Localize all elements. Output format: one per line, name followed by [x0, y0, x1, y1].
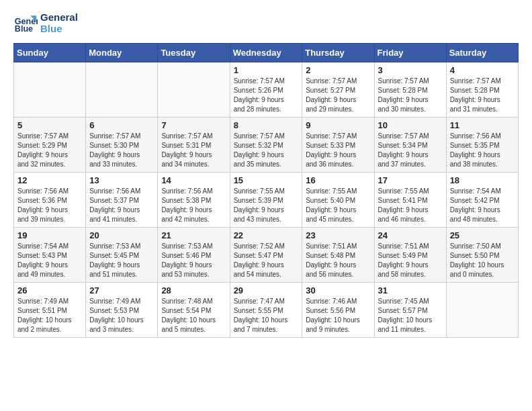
calendar-cell: 4Sunrise: 7:57 AMSunset: 5:28 PMDaylight…	[446, 62, 518, 118]
sunrise-info: Sunrise: 7:55 AM	[378, 187, 443, 196]
day-number: 16	[306, 175, 370, 185]
daylight-info: and 54 minutes.	[234, 270, 299, 279]
sunrise-info: Sunrise: 7:55 AM	[234, 187, 299, 196]
week-row-4: 19Sunrise: 7:54 AMSunset: 5:43 PMDayligh…	[14, 228, 519, 283]
calendar-cell: 8Sunrise: 7:57 AMSunset: 5:32 PMDaylight…	[230, 118, 302, 173]
sunset-info: Sunset: 5:53 PM	[89, 306, 154, 316]
daylight-info: Daylight: 9 hours	[89, 150, 154, 160]
sunset-info: Sunset: 5:34 PM	[378, 141, 443, 150]
daylight-info: Daylight: 9 hours	[17, 150, 82, 160]
sunrise-info: Sunrise: 7:56 AM	[161, 187, 226, 196]
sunset-info: Sunset: 5:31 PM	[161, 141, 226, 150]
sunset-info: Sunset: 5:28 PM	[450, 86, 515, 95]
daylight-info: Daylight: 9 hours	[161, 261, 226, 270]
daylight-info: and 2 minutes.	[17, 325, 82, 334]
day-number: 15	[234, 175, 299, 185]
day-number: 20	[89, 230, 154, 240]
sunrise-info: Sunrise: 7:55 AM	[306, 187, 370, 196]
calendar-cell: 25Sunrise: 7:50 AMSunset: 5:50 PMDayligh…	[446, 228, 518, 283]
weekday-header-sunday: Sunday	[14, 44, 86, 62]
sunrise-info: Sunrise: 7:46 AM	[306, 297, 370, 306]
daylight-info: and 38 minutes.	[450, 160, 515, 169]
sunset-info: Sunset: 5:38 PM	[161, 196, 226, 205]
sunset-info: Sunset: 5:28 PM	[378, 86, 443, 95]
sunrise-info: Sunrise: 7:51 AM	[306, 242, 370, 251]
calendar-table: SundayMondayTuesdayWednesdayThursdayFrid…	[13, 43, 519, 338]
calendar-cell: 3Sunrise: 7:57 AMSunset: 5:28 PMDaylight…	[374, 62, 446, 118]
sunset-info: Sunset: 5:37 PM	[89, 196, 154, 205]
calendar-cell: 20Sunrise: 7:53 AMSunset: 5:45 PMDayligh…	[86, 228, 158, 283]
sunrise-info: Sunrise: 7:56 AM	[89, 187, 154, 196]
sunrise-info: Sunrise: 7:48 AM	[161, 297, 226, 306]
day-number: 13	[89, 175, 154, 185]
sunrise-info: Sunrise: 7:51 AM	[378, 242, 443, 251]
calendar-cell: 10Sunrise: 7:57 AMSunset: 5:34 PMDayligh…	[374, 118, 446, 173]
daylight-info: Daylight: 10 hours	[161, 316, 226, 325]
daylight-info: Daylight: 9 hours	[378, 150, 443, 160]
daylight-info: Daylight: 9 hours	[378, 95, 443, 105]
daylight-info: Daylight: 10 hours	[17, 316, 82, 325]
sunset-info: Sunset: 5:32 PM	[234, 141, 299, 150]
daylight-info: and 30 minutes.	[378, 105, 443, 114]
weekday-header-wednesday: Wednesday	[230, 44, 302, 62]
sunset-info: Sunset: 5:30 PM	[89, 141, 154, 150]
calendar-cell: 14Sunrise: 7:56 AMSunset: 5:38 PMDayligh…	[158, 173, 230, 228]
sunset-info: Sunset: 5:46 PM	[161, 251, 226, 261]
daylight-info: and 42 minutes.	[161, 215, 226, 224]
day-number: 6	[89, 120, 154, 130]
daylight-info: and 56 minutes.	[306, 270, 370, 279]
calendar-cell: 17Sunrise: 7:55 AMSunset: 5:41 PMDayligh…	[374, 173, 446, 228]
sunset-info: Sunset: 5:40 PM	[306, 196, 370, 205]
sunset-info: Sunset: 5:51 PM	[17, 306, 82, 316]
daylight-info: Daylight: 9 hours	[450, 150, 515, 160]
daylight-info: Daylight: 9 hours	[306, 150, 370, 160]
daylight-info: and 43 minutes.	[234, 215, 299, 224]
sunset-info: Sunset: 5:42 PM	[450, 196, 515, 205]
calendar-cell: 29Sunrise: 7:47 AMSunset: 5:55 PMDayligh…	[230, 283, 302, 338]
daylight-info: and 28 minutes.	[234, 105, 299, 114]
calendar-cell: 22Sunrise: 7:52 AMSunset: 5:47 PMDayligh…	[230, 228, 302, 283]
daylight-info: Daylight: 10 hours	[378, 316, 443, 325]
sunset-info: Sunset: 5:33 PM	[306, 141, 370, 150]
daylight-info: Daylight: 10 hours	[306, 316, 370, 325]
sunrise-info: Sunrise: 7:57 AM	[161, 132, 226, 141]
daylight-info: and 29 minutes.	[306, 105, 370, 114]
daylight-info: Daylight: 9 hours	[234, 150, 299, 160]
calendar-cell: 30Sunrise: 7:46 AMSunset: 5:56 PMDayligh…	[302, 283, 374, 338]
daylight-info: Daylight: 9 hours	[89, 205, 154, 215]
calendar-cell: 6Sunrise: 7:57 AMSunset: 5:30 PMDaylight…	[86, 118, 158, 173]
daylight-info: Daylight: 9 hours	[17, 205, 82, 215]
day-number: 17	[378, 175, 443, 185]
sunrise-info: Sunrise: 7:57 AM	[306, 77, 370, 86]
calendar-cell: 21Sunrise: 7:53 AMSunset: 5:46 PMDayligh…	[158, 228, 230, 283]
weekday-header-monday: Monday	[86, 44, 158, 62]
sunset-info: Sunset: 5:27 PM	[306, 86, 370, 95]
sunset-info: Sunset: 5:45 PM	[89, 251, 154, 261]
calendar-cell: 13Sunrise: 7:56 AMSunset: 5:37 PMDayligh…	[86, 173, 158, 228]
sunrise-info: Sunrise: 7:54 AM	[17, 242, 82, 251]
daylight-info: Daylight: 10 hours	[89, 316, 154, 325]
sunset-info: Sunset: 5:29 PM	[17, 141, 82, 150]
daylight-info: Daylight: 9 hours	[161, 150, 226, 160]
calendar-cell	[158, 62, 230, 118]
calendar-cell	[14, 62, 86, 118]
sunset-info: Sunset: 5:43 PM	[17, 251, 82, 261]
sunrise-info: Sunrise: 7:50 AM	[450, 242, 515, 251]
sunset-info: Sunset: 5:55 PM	[234, 306, 299, 316]
calendar-cell: 2Sunrise: 7:57 AMSunset: 5:27 PMDaylight…	[302, 62, 374, 118]
header: General Blue General Blue	[13, 11, 519, 35]
daylight-info: Daylight: 9 hours	[17, 261, 82, 270]
sunrise-info: Sunrise: 7:49 AM	[89, 297, 154, 306]
day-number: 19	[17, 230, 82, 240]
daylight-info: Daylight: 9 hours	[89, 261, 154, 270]
daylight-info: Daylight: 9 hours	[450, 205, 515, 215]
daylight-info: Daylight: 9 hours	[234, 261, 299, 270]
sunrise-info: Sunrise: 7:52 AM	[234, 242, 299, 251]
day-number: 10	[378, 120, 443, 130]
day-number: 21	[161, 230, 226, 240]
calendar-cell: 26Sunrise: 7:49 AMSunset: 5:51 PMDayligh…	[14, 283, 86, 338]
daylight-info: Daylight: 9 hours	[306, 205, 370, 215]
daylight-info: and 9 minutes.	[306, 325, 370, 334]
calendar-cell: 28Sunrise: 7:48 AMSunset: 5:54 PMDayligh…	[158, 283, 230, 338]
day-number: 11	[450, 120, 515, 130]
